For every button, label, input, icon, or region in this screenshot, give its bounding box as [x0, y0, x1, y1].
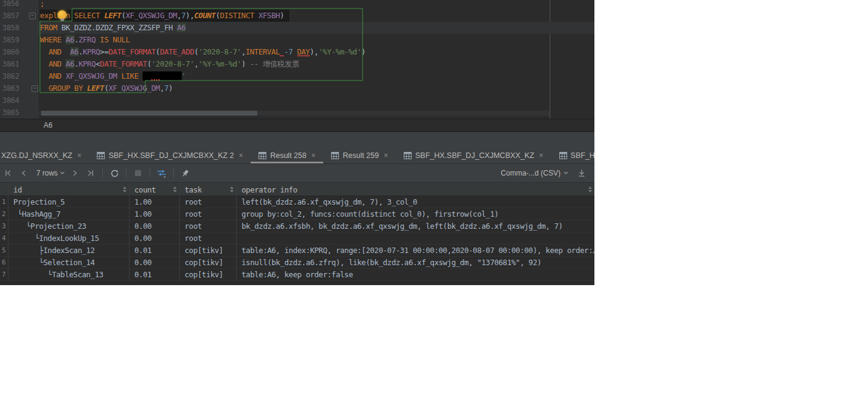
- sort-icon[interactable]: [173, 186, 177, 192]
- cell-info[interactable]: table:A6, index:KPRQ, range:[2020-07-31 …: [236, 245, 594, 257]
- table-row[interactable]: 6 └Selection_140.00cop[tikv]isnull(bk_dz…: [0, 257, 594, 269]
- intention-bulb-icon[interactable]: [58, 10, 67, 19]
- cell-info[interactable]: left(bk_dzdz.a6.xf_qxswjg_dm, 7), 3_col_…: [236, 196, 594, 208]
- tab-close-icon[interactable]: ×: [238, 152, 243, 159]
- code-token: ): [242, 59, 250, 68]
- editor-hscrollbar-thumb[interactable]: [41, 111, 257, 116]
- code-line[interactable]: explain SELECT LEFT(XF_QXSWJG_DM,7),COUN…: [40, 10, 284, 22]
- table-row[interactable]: 7 └TableScan_130.01cop[tikv]table:A6, ke…: [0, 269, 594, 281]
- table-icon: [559, 152, 567, 159]
- tab-sbf-hx-sbf-dj-cxjmcbxx-kz[interactable]: SBF_HX.SBF_DJ_CXJMCBXX_KZ×: [396, 148, 551, 163]
- code-token: '%Y-%m-%d': [318, 47, 361, 56]
- cell-id[interactable]: └Selection_14: [8, 257, 129, 269]
- cell-info[interactable]: isnull(bk_dzdz.a6.zfrq), like(bk_dzdz.a6…: [236, 257, 594, 269]
- tab-xzg-dj-nsrxx-kz[interactable]: XZG.DJ_NSRXX_KZ×: [0, 148, 89, 163]
- tab-close-icon[interactable]: ×: [77, 152, 81, 159]
- sql-editor[interactable]: 3856385738583859386038613862386338643865…: [0, 0, 594, 119]
- column-header-count[interactable]: count: [129, 183, 179, 196]
- table-row[interactable]: 4 └IndexLookUp_150.00root: [0, 232, 594, 245]
- tab-result-258[interactable]: Result 258×: [251, 148, 323, 163]
- table-row[interactable]: 1Projection_51.00rootleft(bk_dzdz.a6.xf_…: [0, 196, 594, 208]
- code-token: .: [79, 47, 83, 56]
- cell-count[interactable]: 1.00: [129, 196, 179, 208]
- column-header-task[interactable]: task: [179, 183, 236, 196]
- cell-task[interactable]: root: [179, 220, 236, 232]
- code-token: ,: [314, 47, 318, 56]
- cell-id[interactable]: Projection_5: [8, 196, 129, 208]
- cell-count[interactable]: 0.01: [129, 269, 179, 281]
- code-line[interactable]: WHERE A6.ZFRQ IS NULL: [40, 34, 130, 46]
- code-line[interactable]: FROM BK_DZDZ.DZDZ_FPXX_ZZSFP_FH A6: [40, 22, 186, 34]
- tab-sbf-hx-sbf-dj-cxjmcbxx-kz-2[interactable]: SBF_HX.SBF_DJ_CXJMCBXX_KZ 2×: [89, 148, 251, 163]
- tab-close-icon[interactable]: ×: [384, 152, 388, 159]
- row-count-dropdown[interactable]: 7 rows: [36, 169, 58, 177]
- cell-id[interactable]: └HashAgg_7: [8, 208, 129, 220]
- column-separator[interactable]: [236, 182, 237, 281]
- export-format-dropdown[interactable]: Comma-...d (CSV): [501, 169, 561, 177]
- cell-task[interactable]: cop[tikv]: [179, 269, 236, 281]
- cell-count[interactable]: 0.01: [129, 245, 179, 257]
- row-number: 2: [0, 208, 8, 220]
- tab-label: SBF_HX.SBF_DJ_CXJMCBXX_KZ: [415, 151, 534, 160]
- tab-result-259[interactable]: Result 259×: [323, 148, 396, 163]
- column-separator[interactable]: [129, 182, 130, 281]
- first-page-button[interactable]: [1, 166, 15, 180]
- tab-close-icon[interactable]: ×: [539, 152, 544, 159]
- column-header-id[interactable]: id: [8, 183, 129, 196]
- format-chevron-icon[interactable]: [563, 170, 569, 176]
- fold-marker-start[interactable]: −: [29, 13, 36, 19]
- cell-info[interactable]: group by:col_2, funcs:count(distinct col…: [236, 208, 594, 220]
- cell-task[interactable]: root: [179, 208, 236, 220]
- row-number: 7: [0, 269, 8, 281]
- cell-task[interactable]: cop[tikv]: [179, 245, 236, 257]
- cell-id[interactable]: └IndexLookUp_15: [8, 232, 129, 245]
- cell-task[interactable]: cop[tikv]: [179, 257, 236, 269]
- column-header-label: id: [13, 185, 22, 194]
- table-icon: [331, 152, 339, 159]
- cell-count[interactable]: 0.00: [129, 232, 179, 245]
- code-token: XF_QXSWJG_DM: [108, 84, 160, 93]
- cell-task[interactable]: root: [179, 232, 236, 245]
- cell-count[interactable]: 1.00: [129, 208, 179, 220]
- cell-info[interactable]: table:A6, keep order:false: [236, 269, 594, 281]
- code-line[interactable]: ;: [40, 0, 44, 10]
- cell-id[interactable]: ├IndexScan_12: [8, 245, 129, 257]
- cell-id[interactable]: └TableScan_13: [8, 269, 129, 281]
- reload-data-button[interactable]: [108, 166, 121, 180]
- code-token: DISTINCT: [220, 11, 258, 20]
- code-line[interactable]: AND A6.KPRQ>=DATE_FORMAT(DATE_ADD('2020-…: [40, 46, 366, 58]
- table-row[interactable]: 3 └Projection_230.00rootbk_dzdz.a6.xfsbh…: [0, 220, 594, 232]
- previous-page-button[interactable]: [17, 166, 30, 180]
- table-row[interactable]: 2 └HashAgg_71.00rootgroup by:col_2, func…: [0, 208, 594, 220]
- table-row[interactable]: 5 ├IndexScan_120.01cop[tikv]table:A6, in…: [0, 245, 594, 257]
- export-download-button[interactable]: [575, 166, 588, 180]
- pin-tab-button[interactable]: [179, 166, 192, 180]
- redacted-text: █████████: [143, 71, 182, 81]
- code-line[interactable]: AND A6.KPRQ<DATE_FORMAT('2020-8-7','%Y-%…: [40, 58, 299, 70]
- next-page-button[interactable]: [68, 166, 82, 180]
- cell-task[interactable]: root: [179, 196, 236, 208]
- cell-id[interactable]: └Projection_23: [8, 220, 129, 232]
- tab-sbf-hx-sbf-dj-cxjmcbxx-kz[interactable]: SBF_HX.SBF_DJ_CXJMCBXX_KZ×: [551, 148, 594, 163]
- sort-icon[interactable]: [229, 186, 234, 192]
- code-line[interactable]: GROUP BY LEFT(XF_QXSWJG_DM,7): [40, 82, 173, 94]
- sort-icon[interactable]: [122, 186, 127, 192]
- cell-info[interactable]: bk_dzdz.a6.xfsbh, bk_dzdz.a6.xf_qxswjg_d…: [236, 220, 594, 232]
- fold-marker-end[interactable]: −: [31, 85, 38, 92]
- column-separator[interactable]: [179, 182, 180, 281]
- row-number: 4: [0, 232, 8, 245]
- result-tab-bar: XZG.DJ_NSRXX_KZ×SBF_HX.SBF_DJ_CXJMCBXX_K…: [0, 148, 594, 164]
- code-token: .: [74, 59, 79, 68]
- compare-data-button[interactable]: [155, 166, 168, 180]
- row-count-chevron-icon[interactable]: [59, 166, 66, 180]
- stop-button[interactable]: [131, 166, 145, 180]
- tab-close-icon[interactable]: ×: [311, 152, 315, 159]
- code-token: (: [121, 11, 125, 20]
- cell-count[interactable]: 0.00: [129, 220, 179, 232]
- cell-info[interactable]: [236, 232, 594, 245]
- cell-count[interactable]: 0.00: [129, 257, 179, 269]
- column-header-operator-info[interactable]: operator info: [236, 183, 594, 196]
- last-page-button[interactable]: [84, 166, 97, 180]
- sort-icon[interactable]: [588, 186, 592, 192]
- code-line[interactable]: AND XF_QXSWJG_DM LIKE █████████': [40, 70, 186, 82]
